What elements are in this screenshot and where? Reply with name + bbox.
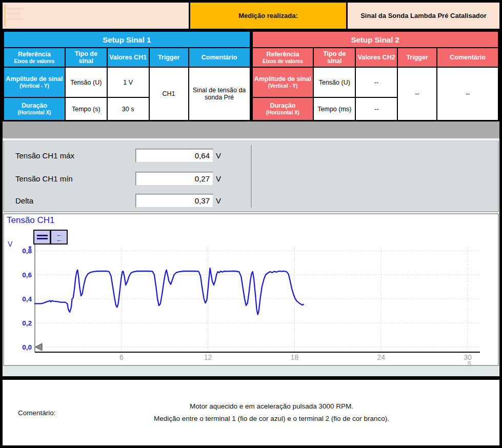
header-logo-area xyxy=(3,3,189,29)
setup2-comment-value: -- xyxy=(437,67,498,120)
setup2-row-amplitude: Amplitude de sinal (Vertical - Y) xyxy=(252,67,313,97)
measurement-title-text: Sinal da Sonda Lambda Pré Catalisador xyxy=(360,12,487,19)
measurement-title: Sinal da Sonda Lambda Pré Catalisador xyxy=(348,3,499,29)
svg-text:18: 18 xyxy=(291,353,299,361)
pan-lines-button[interactable] xyxy=(33,230,51,245)
setup1-row-amplitude-sub: (Vertical - Y) xyxy=(5,83,64,89)
setup1-row-amplitude-text: Amplitude de sinal xyxy=(6,75,63,83)
setup2-row-duracao: Duração (Horizontal X) xyxy=(252,97,313,120)
logo-watermark-line xyxy=(7,13,21,15)
setup1-col-referencia-text: Referência xyxy=(18,51,51,58)
setup2-row-duracao-sub: (Horizontal X) xyxy=(254,110,312,116)
svg-text:24: 24 xyxy=(377,353,385,361)
setup1-comment-value: Sinal de tensão da sonda Pré xyxy=(189,67,250,120)
svg-text:0,6: 0,6 xyxy=(22,271,32,279)
setup1-dur-valor: 30 s xyxy=(107,97,149,120)
measurements-panel: Tensão CH1 máx 0,64 V Tensão CH1 mín 0,2… xyxy=(3,140,499,212)
setup1-col-referencia: Referência Eixos de valores xyxy=(4,48,65,67)
setup2-col-comentario: Comentário xyxy=(437,48,498,67)
setup1-row-duracao-sub: (Horizontal X) xyxy=(5,110,64,116)
logo-watermark-line xyxy=(7,8,24,10)
setup1-col-referencia-sub: Eixos de valores xyxy=(5,58,64,65)
setup2-dur-valor: -- xyxy=(355,97,397,120)
setup2-amp-tipo: Tensão (U) xyxy=(313,67,355,97)
setup1-amp-valor: 1 V xyxy=(107,67,149,97)
setup2-row-amplitude-sub: (Vertical - Y) xyxy=(254,83,312,89)
setup-signal-2-table: Setup Sinal 2 Referência Eixos de valore… xyxy=(251,30,500,121)
setup1-amp-tipo: Tensão (U) xyxy=(65,67,107,97)
scroll-left-button[interactable]: ←← xyxy=(50,230,68,245)
section-divider xyxy=(3,376,499,380)
chart-title: Tensão CH1 xyxy=(7,215,55,226)
comment-text: Motor aquecido e em aceleração pulsada 3… xyxy=(64,400,479,424)
tensao-max-field[interactable]: 0,64 xyxy=(135,149,213,162)
measured-banner-label: Medição realizada: xyxy=(238,12,298,19)
svg-text:12: 12 xyxy=(204,353,212,361)
panel-vertical-divider xyxy=(251,145,252,208)
axis-origin-dot xyxy=(29,246,31,249)
comment-line-1: Motor aquecido e em aceleração pulsada 3… xyxy=(64,400,479,413)
setup1-col-tipo: Tipo de sinal xyxy=(65,48,107,67)
chart-y-axis-unit: V xyxy=(8,240,12,248)
setup2-amp-valor: -- xyxy=(355,67,397,97)
setup-tables-row: Setup Sinal 1 Referência Eixos de valore… xyxy=(3,30,499,121)
svg-text:0,2: 0,2 xyxy=(22,319,32,327)
setup2-title: Setup Sinal 2 xyxy=(252,31,499,48)
report-window: Medição realizada: Sinal da Sonda Lambda… xyxy=(0,0,502,448)
setup1-trigger-value: CH1 xyxy=(149,67,189,120)
comment-label: Comentário: xyxy=(18,409,56,417)
measured-banner: Medição realizada: xyxy=(189,3,348,29)
setup2-col-tipo: Tipo de sinal xyxy=(313,48,355,67)
tensao-max-label: Tensão CH1 máx xyxy=(15,151,133,160)
setup2-col-referencia-sub: Eixos de valores xyxy=(254,58,312,65)
setup1-row-duracao: Duração (Horizontal X) xyxy=(4,97,65,120)
setup2-col-referencia-text: Referência xyxy=(266,51,299,58)
double-left-arrow-icon: ←← xyxy=(56,232,62,242)
separator-bar xyxy=(3,121,499,140)
chart-panel: 0,80,60,40,20,0612182430s Tensão CH1 V ←… xyxy=(3,213,499,366)
svg-text:6: 6 xyxy=(119,353,124,361)
setup2-trigger-value: -- xyxy=(397,67,437,120)
setup2-dur-tipo: Tempo (ms) xyxy=(313,97,355,120)
delta-label: Delta xyxy=(15,196,133,205)
tensao-min-unit: V xyxy=(216,174,221,183)
chart-toolbar: ←← xyxy=(33,230,68,245)
svg-text:0,4: 0,4 xyxy=(22,295,32,303)
setup1-dur-tipo: Tempo (s) xyxy=(65,97,107,120)
logo-watermark xyxy=(4,5,6,27)
setup1-row-duracao-text: Duração xyxy=(22,102,47,109)
delta-unit: V xyxy=(216,196,221,205)
tensao-max-unit: V xyxy=(216,151,221,160)
tensao-min-field[interactable]: 0,27 xyxy=(135,172,213,186)
setup2-row-amplitude-text: Amplitude de sinal xyxy=(254,75,311,83)
svg-text:s: s xyxy=(468,359,471,366)
comment-line-2: Medição entre o terminal 1 (fio de cor a… xyxy=(64,413,479,425)
svg-text:0,0: 0,0 xyxy=(22,343,32,351)
setup1-row-amplitude: Amplitude de sinal (Vertical - Y) xyxy=(4,67,65,97)
delta-field[interactable]: 0,37 xyxy=(135,194,213,208)
setup-signal-1-table: Setup Sinal 1 Referência Eixos de valore… xyxy=(3,30,251,121)
setup2-col-trigger: Trigger xyxy=(397,48,437,67)
header-row: Medição realizada: Sinal da Sonda Lambda… xyxy=(3,3,499,30)
setup2-col-referencia: Referência Eixos de valores xyxy=(252,48,313,67)
signal-chart-svg: 0,80,60,40,20,0612182430s xyxy=(4,214,498,366)
setup1-col-valores: Valores CH1 xyxy=(107,48,149,67)
setup1-col-comentario: Comentário xyxy=(189,48,250,67)
comment-section: Comentário: Motor aquecido e em aceleraç… xyxy=(3,380,499,445)
tensao-min-label: Tensão CH1 mín xyxy=(15,174,133,183)
horizontal-lines-icon xyxy=(37,234,48,241)
setup1-title: Setup Sinal 1 xyxy=(4,31,251,48)
lower-strip xyxy=(3,366,499,376)
setup2-row-duracao-text: Duração xyxy=(270,102,295,109)
logo-watermark-line xyxy=(7,18,23,20)
setup2-col-valores: Valores CH2 xyxy=(355,48,397,67)
setup1-col-trigger: Trigger xyxy=(149,48,189,67)
